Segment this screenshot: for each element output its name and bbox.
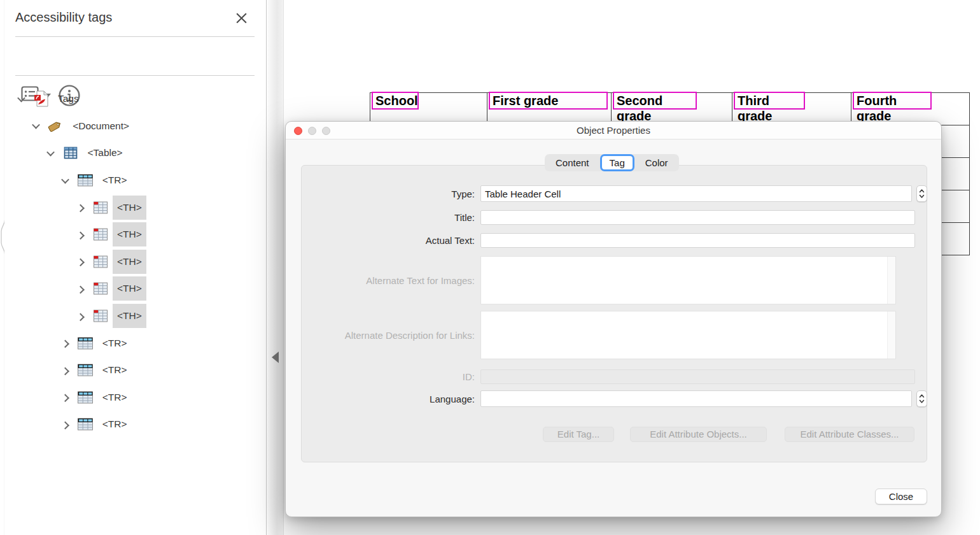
chevron-glyph: [61, 367, 69, 375]
language-stepper[interactable]: [916, 390, 927, 407]
divider: [15, 36, 255, 37]
tr-tag-icon: [77, 389, 94, 406]
tab-tag[interactable]: Tag: [600, 154, 634, 171]
title-field[interactable]: [480, 210, 915, 225]
chevron-glyph: [17, 94, 25, 103]
th-tag-icon: [92, 308, 109, 325]
tree-item-tr[interactable]: <TR>: [4, 411, 266, 438]
type-field[interactable]: [480, 185, 912, 202]
tree-item-label[interactable]: <TR>: [98, 331, 132, 355]
close-button[interactable]: Close: [875, 489, 927, 504]
id-field: [480, 369, 915, 384]
chevron-glyph: [76, 286, 85, 294]
table-header-highlight[interactable]: Fourth grade: [853, 92, 932, 110]
chevron-right-icon[interactable]: [60, 392, 71, 403]
table-header-highlight[interactable]: School: [372, 92, 419, 110]
type-stepper[interactable]: [916, 185, 927, 202]
chevron-right-icon[interactable]: [75, 203, 85, 213]
th-tag-icon: [92, 280, 109, 297]
actual-text-label: Actual Text:: [301, 235, 475, 246]
tree-item-label[interactable]: <TH>: [113, 222, 146, 246]
table-header-highlight[interactable]: First grade: [489, 92, 608, 110]
type-label: Type:: [301, 189, 475, 199]
tree-item-label[interactable]: Tags: [53, 87, 83, 111]
tree-item-tr[interactable]: <TR>: [4, 384, 266, 411]
chevron-right-icon[interactable]: [75, 311, 85, 321]
tree-item-th[interactable]: <TH>: [4, 303, 266, 330]
alt-text-images-label: Alternate Text for Images:: [301, 275, 475, 286]
chevron-glyph: [76, 259, 85, 267]
tree-item-label[interactable]: <TR>: [98, 358, 132, 382]
language-field[interactable]: [480, 390, 912, 407]
alt-text-images-field[interactable]: [481, 257, 888, 304]
tr-tag-icon: [77, 362, 94, 379]
alt-desc-links-label: Alternate Description for Links:: [301, 330, 475, 341]
chevron-glyph: [46, 148, 55, 157]
panel-toolbar: [4, 39, 266, 75]
actual-text-field[interactable]: [480, 233, 915, 248]
tree-item-tags[interactable]: Tags: [4, 85, 266, 113]
dialog-title: Object Properties: [286, 122, 941, 139]
chevron-glyph: [32, 121, 40, 129]
table-header-highlight[interactable]: Third grade: [734, 92, 805, 110]
chevron-down-icon[interactable]: [31, 121, 41, 131]
chevron-right-icon[interactable]: [75, 283, 85, 294]
tree-item-label[interactable]: <Document>: [68, 114, 134, 138]
tag-tag-icon: [47, 117, 64, 134]
tr-tag-icon: [77, 416, 94, 433]
pdf-tag-icon: [32, 90, 50, 108]
chevron-right-icon[interactable]: [60, 365, 71, 375]
edit-attribute-classes-button[interactable]: Edit Attribute Classes...: [785, 427, 914, 442]
edit-tag-button[interactable]: Edit Tag...: [543, 427, 614, 442]
table-header-highlight[interactable]: Second grade: [613, 92, 697, 110]
tree-item-label[interactable]: <TR>: [98, 412, 132, 436]
table-grid-line: [969, 92, 970, 255]
tree-item-label[interactable]: <TH>: [113, 196, 146, 220]
chevron-right-icon[interactable]: [75, 229, 85, 239]
alt-text-images-field-wrap: [480, 256, 896, 304]
th-tag-icon: [92, 226, 109, 243]
app-window: Accessibility tags: [0, 0, 980, 535]
chevron-down-icon[interactable]: [46, 148, 56, 158]
alt-desc-links-field-wrap: [480, 311, 896, 359]
chevron-glyph: [76, 313, 85, 321]
panel-splitter[interactable]: [267, 0, 284, 535]
tab-color[interactable]: Color: [634, 154, 679, 171]
tag-tree: Tags <Document> <Table> <TR> <TH> <TH> <…: [4, 85, 266, 438]
tree-item-document[interactable]: <Document>: [4, 113, 266, 140]
table-tag-icon: [62, 145, 80, 162]
close-icon[interactable]: [233, 11, 249, 27]
tr-tag-icon: [77, 172, 94, 189]
tree-item-label[interactable]: <TR>: [98, 168, 132, 192]
chevron-down-icon[interactable]: [16, 94, 26, 104]
tree-item-th[interactable]: <TH>: [4, 248, 266, 276]
tab-content[interactable]: Content: [545, 154, 600, 171]
tree-item-th[interactable]: <TH>: [4, 221, 266, 248]
tree-item-label[interactable]: <TH>: [113, 276, 146, 301]
tree-item-label[interactable]: <Table>: [83, 141, 127, 165]
panel-header: Accessibility tags: [4, 0, 266, 36]
tree-item-label[interactable]: <TH>: [113, 304, 146, 328]
divider: [15, 75, 255, 76]
chevron-right-icon[interactable]: [60, 338, 71, 348]
chevron-glyph: [61, 340, 69, 348]
tree-item-label[interactable]: <TH>: [113, 250, 146, 274]
chevron-down-icon[interactable]: [60, 175, 71, 185]
tree-item-tr[interactable]: <TR>: [4, 357, 266, 384]
tr-tag-icon: [77, 334, 94, 352]
chevron-right-icon[interactable]: [60, 419, 71, 429]
tree-item-label[interactable]: <TR>: [98, 385, 132, 410]
chevron-glyph: [76, 231, 85, 239]
object-properties-dialog: Object Properties ContentTagColor Type: …: [285, 121, 942, 517]
tree-item-tr[interactable]: <TR>: [4, 167, 266, 194]
dialog-titlebar[interactable]: Object Properties: [286, 122, 941, 139]
collapse-panel-icon[interactable]: [272, 352, 279, 363]
tree-item-th[interactable]: <TH>: [4, 275, 266, 303]
accessibility-tags-panel: Accessibility tags: [4, 0, 267, 535]
tree-item-tr[interactable]: <TR>: [4, 329, 266, 357]
chevron-right-icon[interactable]: [75, 257, 85, 267]
alt-desc-links-field[interactable]: [481, 311, 888, 359]
tree-item-th[interactable]: <TH>: [4, 194, 266, 221]
edit-attribute-objects-button[interactable]: Edit Attribute Objects...: [630, 427, 767, 442]
tree-item-table[interactable]: <Table>: [4, 139, 266, 167]
